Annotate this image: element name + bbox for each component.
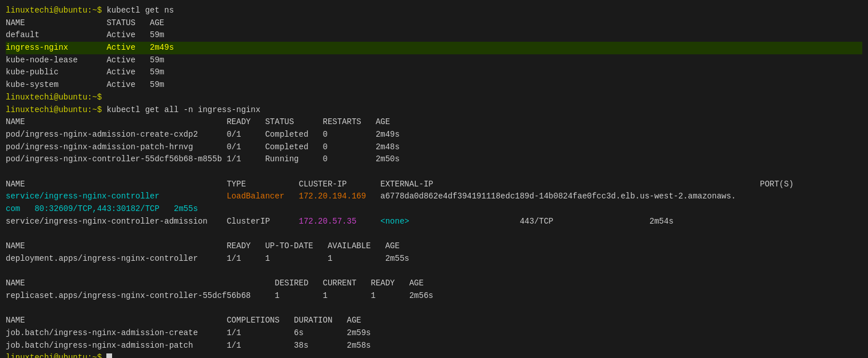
line-hdr4: NAME READY UP-TO-DATE AVAILABLE AGE: [6, 240, 862, 253]
line-blank3: [6, 265, 862, 277]
terminal-cursor: [106, 353, 112, 358]
line-prompt2: linuxtechi@ubuntu:~$: [6, 352, 862, 358]
line-dep1: deployment.apps/ingress-nginx-controller…: [6, 253, 862, 265]
line-rs1: replicaset.apps/ingress-nginx-controller…: [6, 290, 862, 303]
line-job1: job.batch/ingress-nginx-admission-create…: [6, 327, 862, 340]
line-pod1: pod/ingress-nginx-admission-create-cxdp2…: [6, 129, 862, 141]
line-cmd2: linuxtechi@ubuntu:~$ kubectl get all -n …: [6, 104, 862, 117]
line-row1: default Active 59m: [6, 29, 862, 42]
line-hdr6: NAME COMPLETIONS DURATION AGE: [6, 315, 862, 327]
line-hdr2: NAME READY STATUS RESTARTS AGE: [6, 116, 862, 129]
line-svc2: service/ingress-nginx-controller-admissi…: [6, 216, 862, 228]
line-blank4: [6, 303, 862, 315]
line-row5: kube-system Active 59m: [6, 79, 862, 92]
line-blank2: [6, 228, 862, 240]
line-row2: ingress-nginx Active 2m49s: [6, 42, 862, 54]
terminal-window: linuxtechi@ubuntu:~$ kubectl get ns NAME…: [6, 5, 862, 358]
line-pod3: pod/ingress-nginx-controller-55dcf56b68-…: [6, 153, 862, 166]
line-blank1: [6, 166, 862, 178]
line-row3: kube-node-lease Active 59m: [6, 54, 862, 67]
line-svc1: service/ingress-nginx-controller LoadBal…: [6, 190, 862, 203]
line-hdr5: NAME DESIRED CURRENT READY AGE: [6, 277, 862, 290]
line-prompt1: linuxtechi@ubuntu:~$: [6, 92, 862, 104]
line-job2: job.batch/ingress-nginx-admission-patch …: [6, 340, 862, 352]
line-hdr1: NAME STATUS AGE: [6, 17, 862, 30]
line-hdr3: NAME TYPE CLUSTER-IP EXTERNAL-IP PORT(S)…: [6, 178, 862, 191]
line-pod2: pod/ingress-nginx-admission-patch-hrnvg …: [6, 141, 862, 154]
line-svc1b: com 80:32609/TCP,443:30182/TCP 2m55s: [6, 203, 862, 216]
line-row4: kube-public Active 59m: [6, 66, 862, 79]
line-cmd1: linuxtechi@ubuntu:~$ kubectl get ns: [6, 5, 862, 17]
